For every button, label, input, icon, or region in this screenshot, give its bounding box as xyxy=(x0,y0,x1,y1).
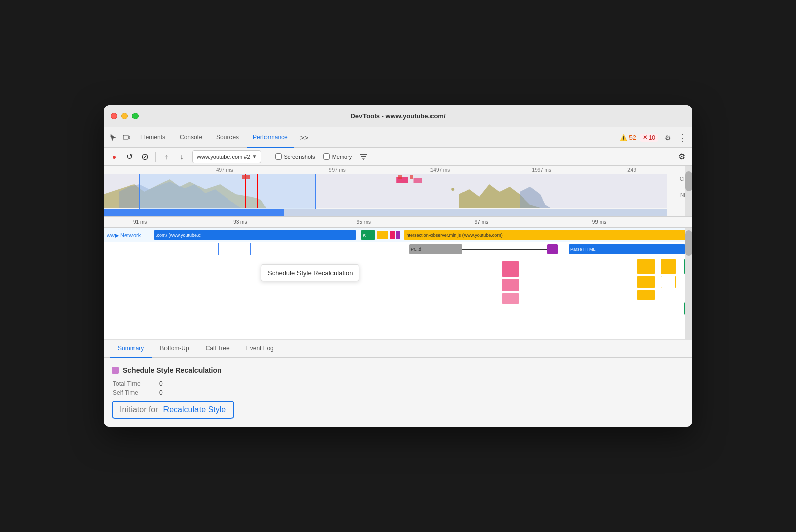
devtools-tab-bar: Elements Console Sources Performance >> … xyxy=(104,127,692,148)
flame-scrollbar-thumb[interactable] xyxy=(685,230,692,256)
header-right: ⚠️ 52 ✕ 10 ⚙ ⋮ xyxy=(620,132,688,143)
devtools-window: DevTools - www.youtube.com/ Elements Con… xyxy=(104,105,692,427)
total-time-value: 0 xyxy=(159,380,163,387)
red-mark-3 xyxy=(410,175,413,179)
main-thread-row: Pr...d Parse HTML xyxy=(104,242,692,256)
svg-point-15 xyxy=(451,188,454,191)
recalculate-style-link[interactable]: Recalculate Style xyxy=(163,405,226,414)
flame-scrollbar[interactable] xyxy=(685,228,692,339)
tab-performance[interactable]: Performance xyxy=(247,127,294,148)
tab-event-log[interactable]: Event Log xyxy=(238,340,282,358)
cancel-button[interactable]: ⊘ xyxy=(138,150,151,163)
white-block xyxy=(661,276,676,288)
net-bar-bg xyxy=(104,209,667,216)
intersection-observer-block[interactable]: intersection-observer.min.js (www.youtub… xyxy=(404,230,685,240)
tab-elements[interactable]: Elements xyxy=(134,127,172,148)
gold-block-3 xyxy=(637,276,655,288)
error-icon: ✕ xyxy=(643,134,647,141)
download-button[interactable]: ↓ xyxy=(175,150,188,163)
tick-97: 97 ms xyxy=(475,219,488,225)
bottom-tabs: Summary Bottom-Up Call Tree Event Log xyxy=(104,340,692,358)
gear-icon[interactable]: ⚙ xyxy=(675,150,688,163)
window-title: DevTools - www.youtube.com/ xyxy=(350,112,445,120)
warning-badge: ⚠️ 52 xyxy=(620,134,636,141)
tab-bottom-up[interactable]: Bottom-Up xyxy=(152,340,197,358)
minimize-button[interactable] xyxy=(121,113,128,119)
bottom-panel: Summary Bottom-Up Call Tree Event Log Sc… xyxy=(104,340,692,427)
upload-button[interactable]: ↑ xyxy=(160,150,173,163)
gold-block-4 xyxy=(637,290,655,300)
self-time-label: Self Time xyxy=(113,389,153,396)
timeline-overview[interactable]: 497 ms 997 ms 1497 ms 1997 ms 249 xyxy=(104,166,692,217)
net-bar-active xyxy=(104,209,284,216)
indicator-2 xyxy=(250,243,251,255)
ts-497: 497 ms xyxy=(216,167,233,173)
youtube-block[interactable]: .com/ (www.youtube.c xyxy=(154,230,356,240)
performance-toolbar: ● ↺ ⊘ ↑ ↓ www.youtube.com #2 ▼ Screensho… xyxy=(104,148,692,166)
ts-1997: 1997 ms xyxy=(532,167,551,173)
cleanup-icon[interactable] xyxy=(357,150,370,163)
flame-row-3 xyxy=(104,256,692,317)
initiator-box: Initiator for Recalculate Style xyxy=(112,401,234,419)
ts-249: 249 xyxy=(627,167,636,173)
more-options-icon[interactable]: ⋮ xyxy=(677,132,688,143)
yellow-stripe-1 xyxy=(377,231,388,239)
screenshots-option: Screenshots xyxy=(275,153,315,160)
pink-block-2 xyxy=(502,279,519,291)
warning-icon: ⚠️ xyxy=(620,134,627,141)
settings-icon[interactable]: ⚙ xyxy=(662,132,673,143)
maximize-button[interactable] xyxy=(132,113,139,119)
url-select[interactable]: www.youtube.com #2 ▼ xyxy=(192,150,261,163)
tooltip: Schedule Style Recalculation xyxy=(261,264,359,281)
memory-option: Memory xyxy=(323,153,352,160)
red-mark-1 xyxy=(242,175,250,179)
cursor-icon[interactable] xyxy=(108,132,119,143)
close-button[interactable] xyxy=(111,113,117,119)
scrollbar[interactable] xyxy=(685,166,692,216)
gold-block-1 xyxy=(637,259,655,274)
tab-console[interactable]: Console xyxy=(174,127,208,148)
more-tabs-button[interactable]: >> xyxy=(296,134,312,142)
gold-block-2 xyxy=(661,259,676,274)
summary-color-indicator xyxy=(112,367,119,374)
ts-1497: 1497 ms xyxy=(430,167,450,173)
purple-stripe xyxy=(396,231,400,239)
tab-summary[interactable]: Summary xyxy=(110,340,152,358)
error-badge: ✕ 10 xyxy=(640,134,658,142)
selection-highlight xyxy=(139,174,316,209)
tab-sources[interactable]: Sources xyxy=(210,127,245,148)
screenshots-checkbox[interactable] xyxy=(275,153,282,160)
pink-block-3 xyxy=(502,293,519,304)
tick-91: 91 ms xyxy=(133,219,147,225)
k-block[interactable]: K xyxy=(361,230,375,240)
initiator-row-container: Initiator for Recalculate Style xyxy=(112,401,684,419)
scrollbar-thumb[interactable] xyxy=(685,171,692,191)
reload-button[interactable]: ↺ xyxy=(123,150,136,163)
svg-rect-2 xyxy=(129,136,130,139)
prd-block[interactable]: Pr...d xyxy=(409,244,462,254)
flame-chart: ww▶ Network .com/ (www.youtube.c K inter… xyxy=(104,228,692,340)
vline-red-2 xyxy=(257,174,258,208)
indicator-1 xyxy=(218,243,219,255)
vline-red-1 xyxy=(245,174,246,208)
parse-html-block[interactable]: Parse HTML xyxy=(569,244,685,254)
pink-stripe xyxy=(390,231,394,239)
record-button[interactable]: ● xyxy=(108,150,121,163)
memory-checkbox[interactable] xyxy=(323,153,330,160)
separator-2 xyxy=(268,152,268,162)
title-bar: DevTools - www.youtube.com/ xyxy=(104,105,692,127)
tick-95: 95 ms xyxy=(357,219,371,225)
svg-rect-3 xyxy=(360,154,367,155)
tick-99: 99 ms xyxy=(592,219,606,225)
total-time-row: Total Time 0 xyxy=(112,380,684,387)
svg-rect-1 xyxy=(123,135,128,139)
ts-997: 997 ms xyxy=(329,167,346,173)
svg-rect-6 xyxy=(363,159,364,160)
red-mark-2 xyxy=(398,175,402,179)
svg-rect-4 xyxy=(361,156,366,157)
tab-call-tree[interactable]: Call Tree xyxy=(197,340,238,358)
svg-rect-12 xyxy=(414,178,422,183)
initiator-label: Initiator for xyxy=(120,405,158,414)
device-icon[interactable] xyxy=(121,132,132,143)
network-label: ww▶ Network xyxy=(104,232,154,239)
